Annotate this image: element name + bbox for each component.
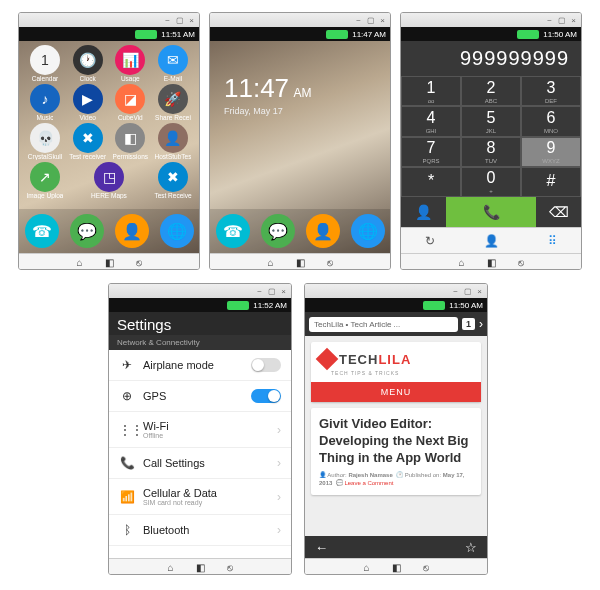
- close-icon[interactable]: ×: [378, 16, 387, 25]
- home-icon[interactable]: ⌂: [167, 562, 173, 573]
- app-test-receive[interactable]: ✖Test Receive: [153, 162, 193, 199]
- minimize-icon[interactable]: −: [163, 16, 172, 25]
- status-bar: 11:51 AM: [19, 27, 199, 41]
- setting-cellular-data[interactable]: 📶Cellular & DataSIM card not ready›: [109, 479, 291, 515]
- page-content[interactable]: TECHLILA TECH TIPS & TRICKS MENU Givit V…: [305, 336, 487, 536]
- key-*[interactable]: *: [401, 167, 461, 197]
- toggle[interactable]: [251, 358, 281, 372]
- chevron-icon: ›: [277, 490, 281, 504]
- app-video[interactable]: ▶Video: [68, 84, 108, 121]
- home-icon[interactable]: ⌂: [76, 257, 82, 268]
- maximize-icon[interactable]: ▢: [366, 16, 375, 25]
- dock-item[interactable]: ☎: [25, 214, 59, 248]
- app-music[interactable]: ♪Music: [25, 84, 65, 121]
- app-crystalskull[interactable]: 💀CrystalSkull: [25, 123, 65, 160]
- dock-item[interactable]: ☎: [216, 214, 250, 248]
- key-8[interactable]: 8TUV: [461, 137, 521, 167]
- close-icon[interactable]: ×: [475, 287, 484, 296]
- setting-gps[interactable]: ⊕GPS: [109, 381, 291, 412]
- maximize-icon[interactable]: ▢: [463, 287, 472, 296]
- app-permissions[interactable]: ◧Permissions: [110, 123, 150, 160]
- maximize-icon[interactable]: ▢: [267, 287, 276, 296]
- system-navbar: ⌂ ◧ ⎋: [109, 558, 291, 575]
- location-icon[interactable]: ⎋: [136, 257, 142, 268]
- dock-item[interactable]: 🌐: [160, 214, 194, 248]
- dock-item[interactable]: 💬: [70, 214, 104, 248]
- menu-button[interactable]: MENU: [311, 382, 481, 402]
- call-button[interactable]: 📞: [446, 197, 536, 227]
- recents-tab[interactable]: ↻: [425, 234, 435, 248]
- key-3[interactable]: 3DEF: [521, 76, 581, 106]
- back-icon[interactable]: ◧: [392, 562, 401, 573]
- contacts-tab[interactable]: 👤: [484, 234, 499, 248]
- key-9[interactable]: 9WXYZ: [521, 137, 581, 167]
- maximize-icon[interactable]: ▢: [175, 16, 184, 25]
- app-grid: 1Calendar🕐Clock📊Usage✉E-Mail♪Music▶Video…: [19, 41, 199, 209]
- location-icon[interactable]: ⎋: [518, 257, 524, 268]
- key-6[interactable]: 6MNO: [521, 106, 581, 136]
- url-input[interactable]: TechLila • Tech Article ...: [309, 317, 458, 332]
- app-usage[interactable]: 📊Usage: [110, 45, 150, 82]
- app-e-mail[interactable]: ✉E-Mail: [153, 45, 193, 82]
- window-titlebar: − ▢ ×: [19, 13, 199, 27]
- setting-bluetooth[interactable]: ᛒBluetooth›: [109, 515, 291, 546]
- comment-link[interactable]: Leave a Comment: [344, 480, 393, 486]
- app-here-maps[interactable]: ◳HERE Maps: [89, 162, 129, 199]
- key-2[interactable]: 2ABC: [461, 76, 521, 106]
- back-icon[interactable]: ◧: [487, 257, 496, 268]
- back-icon[interactable]: ◧: [196, 562, 205, 573]
- add-contact-button[interactable]: 👤: [401, 197, 446, 227]
- dock-item[interactable]: 👤: [306, 214, 340, 248]
- key-number: 5: [487, 109, 496, 127]
- home-icon[interactable]: ⌂: [363, 562, 369, 573]
- toggle[interactable]: [251, 389, 281, 403]
- location-icon[interactable]: ⎋: [227, 562, 233, 573]
- close-icon[interactable]: ×: [279, 287, 288, 296]
- key-number: #: [547, 172, 556, 190]
- app-label: Music: [37, 114, 54, 121]
- home-icon[interactable]: ⌂: [267, 257, 273, 268]
- maximize-icon[interactable]: ▢: [557, 16, 566, 25]
- minimize-icon[interactable]: −: [451, 287, 460, 296]
- phone-settings: − ▢ × 11:52 AM Settings Network & Connec…: [108, 283, 292, 575]
- app-clock[interactable]: 🕐Clock: [68, 45, 108, 82]
- dock-item[interactable]: 👤: [115, 214, 149, 248]
- keypad-tab[interactable]: ⠿: [548, 234, 557, 248]
- setting-call-settings[interactable]: 📞Call Settings›: [109, 448, 291, 479]
- back-icon[interactable]: ◧: [105, 257, 114, 268]
- setting-sublabel: Offline: [143, 432, 269, 439]
- setting-airplane-mode[interactable]: ✈Airplane mode: [109, 350, 291, 381]
- app-test-receiver[interactable]: ✖Test receiver: [68, 123, 108, 160]
- article-card[interactable]: Givit Video Editor: Developing the Next …: [311, 408, 481, 495]
- key-0[interactable]: 0+: [461, 167, 521, 197]
- backspace-button[interactable]: ⌫: [536, 197, 581, 227]
- close-icon[interactable]: ×: [569, 16, 578, 25]
- dock-item[interactable]: 🌐: [351, 214, 385, 248]
- minimize-icon[interactable]: −: [354, 16, 363, 25]
- key-4[interactable]: 4GHI: [401, 106, 461, 136]
- home-icon[interactable]: ⌂: [458, 257, 464, 268]
- back-button[interactable]: ←: [315, 540, 328, 555]
- app-share-recei[interactable]: 🚀Share Recei: [153, 84, 193, 121]
- key-7[interactable]: 7PQRS: [401, 137, 461, 167]
- chevron-icon: ›: [277, 423, 281, 437]
- minimize-icon[interactable]: −: [255, 287, 264, 296]
- dock-item[interactable]: 💬: [261, 214, 295, 248]
- tab-count[interactable]: 1: [462, 318, 475, 330]
- location-icon[interactable]: ⎋: [423, 562, 429, 573]
- app-image-uploa[interactable]: ↗Image Uploa: [25, 162, 65, 199]
- location-icon[interactable]: ⎋: [327, 257, 333, 268]
- app-calendar[interactable]: 1Calendar: [25, 45, 65, 82]
- app-hoststubtes[interactable]: 👤HostStubTes: [153, 123, 193, 160]
- key-5[interactable]: 5JKL: [461, 106, 521, 136]
- status-time: 11:50 AM: [449, 301, 483, 310]
- back-icon[interactable]: ◧: [296, 257, 305, 268]
- app-cubevid[interactable]: ◪CubeVid: [110, 84, 150, 121]
- key-#[interactable]: #: [521, 167, 581, 197]
- close-icon[interactable]: ×: [187, 16, 196, 25]
- forward-icon[interactable]: ›: [479, 317, 483, 331]
- bookmark-button[interactable]: ☆: [465, 540, 477, 555]
- key-1[interactable]: 1oo: [401, 76, 461, 106]
- minimize-icon[interactable]: −: [545, 16, 554, 25]
- setting-wi-fi[interactable]: ⋮⋮Wi-FiOffline›: [109, 412, 291, 448]
